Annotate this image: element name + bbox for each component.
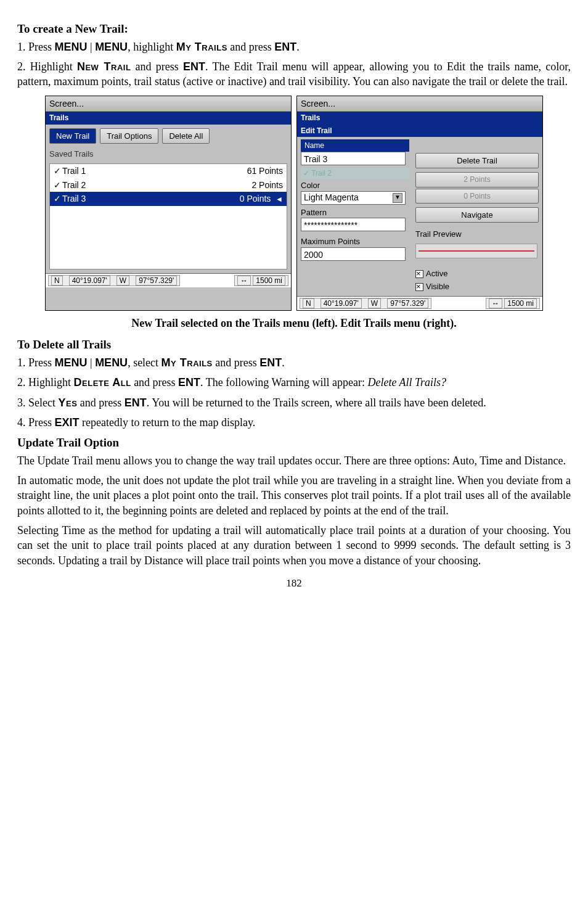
visible-checkbox-row[interactable]: Visible	[415, 281, 539, 292]
txt: and press	[131, 376, 178, 389]
check-icon: ✓	[54, 179, 62, 191]
page-number: 182	[17, 577, 571, 591]
checkbox-icon[interactable]	[415, 270, 423, 278]
name-header: Name	[301, 139, 409, 152]
key-ent: ENT	[178, 376, 200, 389]
txt: . The following Warning will appear:	[200, 376, 367, 389]
delete-trail-button[interactable]: Delete Trail	[415, 153, 539, 169]
color-dropdown[interactable]: Light Magenta ▼	[301, 191, 406, 205]
list-item[interactable]: ✓Trail 2 2 Points	[50, 178, 287, 192]
screenshot-row: Screen... Trails New Trail Trail Options…	[17, 96, 571, 311]
chevron-down-icon[interactable]: ▼	[393, 193, 402, 203]
lat-val: 40°19.097'	[69, 276, 110, 286]
key-ent: ENT	[274, 41, 296, 53]
list-item[interactable]: ✓Trail 1 61 Points	[50, 164, 287, 178]
navigate-button[interactable]: Navigate	[415, 207, 539, 223]
max-points-field[interactable]: 2000	[301, 247, 406, 261]
txt: 1. Press	[17, 356, 55, 369]
dim-row: ✓ Trail 2	[301, 168, 409, 179]
txt: and press	[227, 41, 274, 53]
key-menu: MENU	[55, 41, 88, 53]
edit-trail-header: Edit Trail	[297, 125, 542, 137]
lon-val: 97°57.329'	[387, 298, 428, 308]
arrow-icon: ↔	[489, 298, 502, 308]
key-exit: EXIT	[55, 416, 80, 429]
key-yes: Yes	[58, 397, 77, 409]
trail-options-button[interactable]: Trail Options	[100, 128, 158, 144]
txt: .	[296, 41, 300, 53]
key-ent: ENT	[125, 397, 147, 409]
key-menu2: MENU	[95, 356, 128, 369]
trail-name: Trail 2	[62, 180, 86, 190]
txt: .	[282, 356, 285, 369]
max-points-label: Maximum Points	[301, 236, 409, 247]
status-bar: N 40°19.097' W 97°57.329' ↔ 1500 mi	[297, 296, 542, 310]
figure-caption: New Trail selected on the Trails menu (l…	[17, 316, 571, 331]
active-label: Active	[426, 269, 447, 278]
key-mytrails: My Trails	[176, 41, 227, 53]
txt: and press	[77, 397, 124, 409]
panel-body: New Trail Trail Options Delete All Saved…	[46, 125, 291, 273]
trail-preview-label: Trail Preview	[415, 229, 539, 240]
color-value: Light Magenta	[304, 192, 359, 204]
txt: and press	[213, 356, 259, 369]
trail-preview-box	[415, 244, 537, 258]
color-label: Color	[301, 181, 320, 190]
key-ent: ENT	[183, 60, 205, 73]
list-item-selected[interactable]: ✓Trail 3 0 Points ◄	[50, 192, 287, 206]
txt: 3. Select	[17, 397, 58, 409]
checkbox-icon[interactable]	[415, 283, 423, 291]
dim-name: Trail 2	[311, 169, 332, 178]
delete-step-1: 1. Press MENU | MENU, select My Trails a…	[17, 355, 571, 370]
txt: 4. Press	[17, 416, 55, 429]
check-icon: ✓	[54, 165, 62, 177]
txt: 2. Highlight	[17, 376, 74, 389]
txt: , highlight	[128, 41, 176, 53]
trails-screen-left: Screen... Trails New Trail Trail Options…	[45, 96, 292, 311]
dim-points-button-2: 0 Points	[415, 189, 539, 204]
visible-label: Visible	[426, 282, 449, 291]
lat-val: 40°19.097'	[321, 298, 362, 308]
lon-w: W	[368, 298, 381, 308]
warning-text: Delete All Trails?	[367, 376, 446, 389]
panel-body: Edit Trail Name Trail 3 ✓ Trail 2 Color …	[297, 125, 542, 296]
trail-points: 2 Points	[251, 179, 283, 191]
txt: . You will be returned to the Trails scr…	[147, 397, 486, 409]
trail-name: Trail 1	[62, 166, 86, 176]
trail-name: Trail 3	[62, 194, 86, 204]
heading-delete: To Delete all Trails	[17, 337, 571, 353]
heading-create: To create a New Trail:	[17, 21, 571, 37]
check-icon: ✓	[303, 169, 309, 178]
heading-update: Update Trail Option	[17, 435, 571, 451]
dim-pts-a: 2 Points	[463, 175, 490, 184]
key-newtrail: New Trail	[77, 60, 131, 73]
trails-list[interactable]: ✓Trail 1 61 Points ✓Trail 2 2 Points ✓Tr…	[49, 163, 287, 269]
txt: repeatedly to return to the map display.	[80, 416, 256, 429]
status-bar: N 40°19.097' W 97°57.329' ↔ 1500 mi	[46, 273, 291, 287]
name-field[interactable]: Trail 3	[301, 152, 406, 165]
trail-points: 0 Points	[240, 194, 271, 204]
update-para-2: In automatic mode, the unit does not upd…	[17, 473, 571, 518]
create-step-1: 1. Press MENU | MENU, highlight My Trail…	[17, 39, 571, 54]
new-trail-button[interactable]: New Trail	[49, 128, 96, 144]
txt: , select	[128, 356, 161, 369]
key-ent: ENT	[259, 356, 282, 369]
pattern-field[interactable]: ****************	[301, 218, 406, 231]
arrow-icon: ↔	[237, 276, 251, 286]
speaker-icon: ◄	[276, 195, 283, 204]
update-para-1: The Update Trail menu allows you to chan…	[17, 453, 571, 468]
txt: 1. Press	[17, 41, 55, 53]
pipe: |	[88, 41, 96, 53]
lat-n: N	[51, 276, 63, 286]
pattern-label: Pattern	[301, 207, 409, 218]
window-title: Screen...	[297, 96, 542, 112]
delete-all-button[interactable]: Delete All	[162, 128, 210, 144]
dim-points-button: 2 Points	[415, 172, 539, 187]
update-para-3: Selecting Time as the method for updatin…	[17, 523, 571, 568]
active-checkbox-row[interactable]: Active	[415, 268, 539, 279]
delete-step-2: 2. Highlight Delete All and press ENT. T…	[17, 375, 571, 390]
section-header: Trails	[297, 112, 542, 124]
window-title: Screen...	[46, 96, 291, 112]
edit-trail-screen-right: Screen... Trails Edit Trail Name Trail 3…	[296, 96, 543, 311]
dist-val: 1500 mi	[253, 276, 285, 286]
